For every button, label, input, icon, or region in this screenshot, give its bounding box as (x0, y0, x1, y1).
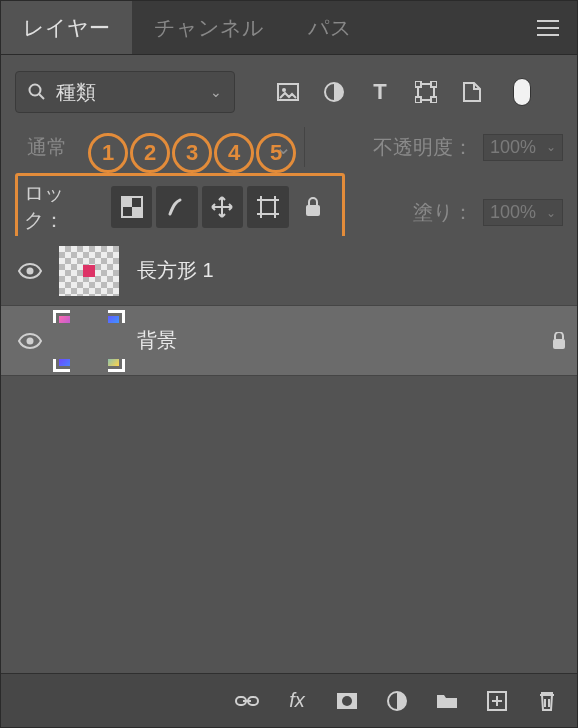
delete-layer-icon[interactable] (535, 690, 559, 712)
filter-toggle-icon[interactable] (513, 78, 531, 106)
opacity-value[interactable]: 100%⌄ (483, 134, 563, 161)
tab-paths[interactable]: パス (286, 1, 374, 54)
new-layer-icon[interactable] (485, 691, 509, 711)
svg-point-0 (30, 85, 41, 96)
filter-type-label: 種類 (56, 79, 200, 106)
tab-channels[interactable]: チャンネル (132, 1, 286, 54)
fill-value[interactable]: 100%⌄ (483, 199, 563, 226)
add-mask-icon[interactable] (335, 692, 359, 710)
chevron-down-icon: ⌄ (546, 206, 556, 220)
layer-thumbnail[interactable] (59, 316, 119, 366)
opacity-label: 不透明度： (373, 134, 473, 161)
layer-row[interactable]: 長方形 1 (1, 236, 577, 306)
chevron-down-icon: ⌄ (210, 84, 222, 100)
svg-point-20 (342, 696, 352, 706)
search-icon (28, 83, 46, 101)
annotation-5: 5 (256, 133, 296, 173)
visibility-toggle[interactable] (11, 333, 49, 349)
svg-point-2 (282, 88, 286, 92)
adjustment-layer-icon[interactable] (385, 690, 409, 712)
filter-type-dropdown[interactable]: 種類 ⌄ (15, 71, 235, 113)
fx-icon[interactable]: fx (285, 689, 309, 712)
fill-label: 塗り： (413, 199, 473, 226)
layer-name[interactable]: 背景 (137, 327, 177, 354)
visibility-toggle[interactable] (11, 263, 49, 279)
svg-rect-6 (431, 81, 437, 87)
annotation-4: 4 (214, 133, 254, 173)
svg-rect-7 (415, 97, 421, 103)
svg-rect-16 (553, 339, 565, 349)
annotation-numbers: 1 2 3 4 5 (88, 133, 296, 173)
svg-point-14 (27, 267, 34, 274)
layer-row[interactable]: 背景 (1, 306, 577, 376)
annotation-3: 3 (172, 133, 212, 173)
chevron-down-icon: ⌄ (546, 140, 556, 154)
svg-rect-8 (431, 97, 437, 103)
filter-shape-icon[interactable] (415, 81, 437, 103)
tab-layers[interactable]: レイヤー (1, 1, 132, 54)
annotation-2: 2 (130, 133, 170, 173)
svg-rect-5 (415, 81, 421, 87)
new-group-icon[interactable] (435, 692, 459, 710)
filter-smartobject-icon[interactable] (461, 81, 483, 103)
svg-point-15 (27, 337, 34, 344)
filter-image-icon[interactable] (277, 81, 299, 103)
annotation-1: 1 (88, 133, 128, 173)
link-layers-icon[interactable] (235, 694, 259, 708)
layer-name[interactable]: 長方形 1 (137, 257, 214, 284)
panel-menu-icon[interactable] (519, 20, 577, 36)
layer-thumbnail[interactable] (59, 246, 119, 296)
filter-text-icon[interactable]: T (369, 81, 391, 103)
filter-adjustment-icon[interactable] (323, 81, 345, 103)
lock-icon[interactable] (551, 332, 567, 350)
